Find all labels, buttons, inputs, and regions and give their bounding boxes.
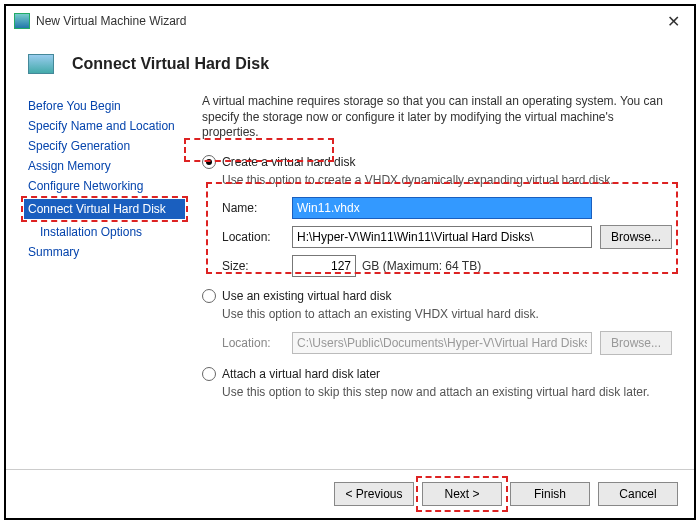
nav-item-before-you-begin[interactable]: Before You Begin [24,96,188,116]
wizard-icon [14,13,30,29]
wizard-body: Before You Begin Specify Name and Locati… [6,86,694,469]
nav-item-summary[interactable]: Summary [24,242,188,262]
cancel-button[interactable]: Cancel [598,482,678,506]
location-field[interactable] [292,226,592,248]
option-existing-vhd[interactable]: Use an existing virtual hard disk [202,289,672,303]
option-create-vhd-label: Create a virtual hard disk [222,155,355,169]
option-attach-later-label: Attach a virtual hard disk later [222,367,380,381]
nav-item-configure-networking[interactable]: Configure Networking [24,176,188,196]
nav-item-installation-options[interactable]: Installation Options [24,222,188,242]
page-header: Connect Virtual Hard Disk [6,36,694,86]
nav-item-specify-name[interactable]: Specify Name and Location [24,116,188,136]
nav-item-assign-memory[interactable]: Assign Memory [24,156,188,176]
size-label: Size: [222,259,284,273]
option-existing-vhd-label: Use an existing virtual hard disk [222,289,391,303]
option-existing-vhd-desc: Use this option to attach an existing VH… [222,307,672,321]
option-attach-later[interactable]: Attach a virtual hard disk later [202,367,672,381]
wizard-window: New Virtual Machine Wizard ✕ Connect Vir… [4,4,696,520]
server-icon [28,54,54,74]
size-field[interactable] [292,255,356,277]
nav-item-connect-vhd[interactable]: Connect Virtual Hard Disk [24,199,185,219]
existing-vhd-form: Location: Browse... [222,331,672,355]
next-button[interactable]: Next > [422,482,502,506]
nav-panel: Before You Begin Specify Name and Locati… [24,90,188,469]
option-create-vhd-desc: Use this option to create a VHDX dynamic… [222,173,672,187]
titlebar: New Virtual Machine Wizard ✕ [6,6,694,36]
nav-item-specify-generation[interactable]: Specify Generation [24,136,188,156]
existing-browse-button: Browse... [600,331,672,355]
annotation-nav-highlight: Connect Virtual Hard Disk [21,196,188,222]
close-icon[interactable]: ✕ [661,10,686,33]
radio-create-vhd[interactable] [202,155,216,169]
previous-button[interactable]: < Previous [334,482,414,506]
annotation-next-highlight: Next > [422,482,502,506]
size-suffix: GB (Maximum: 64 TB) [362,259,481,273]
footer: < Previous Next > Finish Cancel [6,469,694,518]
existing-location-field [292,332,592,354]
content-panel: A virtual machine requires storage so th… [188,90,676,469]
create-vhd-form: Name: Location: Browse... Size: GB (Maxi… [222,197,672,277]
existing-location-label: Location: [222,336,284,350]
window-title: New Virtual Machine Wizard [36,14,661,28]
name-label: Name: [222,201,284,215]
location-label: Location: [222,230,284,244]
radio-existing-vhd[interactable] [202,289,216,303]
finish-button[interactable]: Finish [510,482,590,506]
option-create-vhd[interactable]: Create a virtual hard disk [202,155,672,169]
intro-text: A virtual machine requires storage so th… [202,94,672,141]
option-attach-later-desc: Use this option to skip this step now an… [222,385,672,399]
name-field[interactable] [292,197,592,219]
page-title: Connect Virtual Hard Disk [72,55,269,73]
browse-button[interactable]: Browse... [600,225,672,249]
radio-attach-later[interactable] [202,367,216,381]
